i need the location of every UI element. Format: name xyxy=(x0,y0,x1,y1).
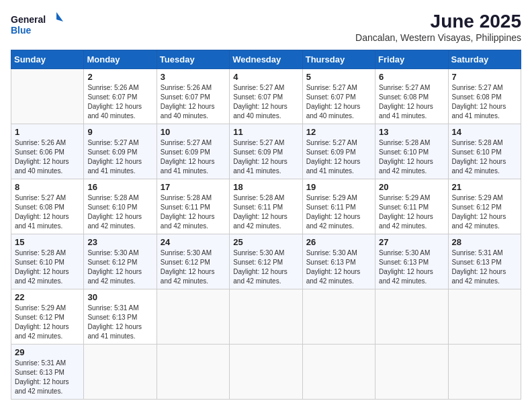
day-detail: Sunrise: 5:27 AMSunset: 6:09 PMDaylight:… xyxy=(233,139,287,175)
svg-marker-2 xyxy=(56,12,63,21)
day-number: 17 xyxy=(161,182,226,192)
calendar-cell: 29 Sunrise: 5:31 AMSunset: 6:13 PMDaylig… xyxy=(11,345,84,400)
weekday-header: Sunday xyxy=(11,50,84,69)
calendar-cell: 3 Sunrise: 5:26 AMSunset: 6:07 PMDayligh… xyxy=(157,69,229,124)
calendar-cell: 21 Sunrise: 5:29 AMSunset: 6:12 PMDaylig… xyxy=(448,179,521,234)
day-detail: Sunrise: 5:31 AMSunset: 6:13 PMDaylight:… xyxy=(87,304,142,340)
day-number: 10 xyxy=(161,127,226,137)
calendar-cell: 18 Sunrise: 5:28 AMSunset: 6:11 PMDaylig… xyxy=(230,179,302,234)
day-number: 27 xyxy=(379,237,444,247)
calendar-cell: 27 Sunrise: 5:30 AMSunset: 6:13 PMDaylig… xyxy=(375,234,448,289)
day-detail: Sunrise: 5:27 AMSunset: 6:08 PMDaylight:… xyxy=(15,194,69,230)
day-detail: Sunrise: 5:27 AMSunset: 6:07 PMDaylight:… xyxy=(233,84,287,120)
weekday-header: Monday xyxy=(84,50,157,69)
calendar-cell xyxy=(375,289,448,345)
calendar-week-row: 8 Sunrise: 5:27 AMSunset: 6:08 PMDayligh… xyxy=(11,179,521,234)
day-number: 21 xyxy=(452,182,517,192)
weekday-header: Friday xyxy=(375,50,448,69)
weekday-header: Thursday xyxy=(302,50,375,69)
day-detail: Sunrise: 5:30 AMSunset: 6:12 PMDaylight:… xyxy=(161,249,215,285)
day-detail: Sunrise: 5:28 AMSunset: 6:10 PMDaylight:… xyxy=(452,139,506,175)
day-number: 2 xyxy=(87,72,152,82)
day-detail: Sunrise: 5:27 AMSunset: 6:09 PMDaylight:… xyxy=(161,139,215,175)
day-number: 12 xyxy=(306,127,371,137)
day-detail: Sunrise: 5:27 AMSunset: 6:07 PMDaylight:… xyxy=(306,84,361,120)
day-detail: Sunrise: 5:28 AMSunset: 6:11 PMDaylight:… xyxy=(233,194,287,230)
day-detail: Sunrise: 5:28 AMSunset: 6:10 PMDaylight:… xyxy=(379,139,433,175)
day-number: 16 xyxy=(87,182,152,192)
calendar-cell: 11 Sunrise: 5:27 AMSunset: 6:09 PMDaylig… xyxy=(230,124,302,179)
day-number: 19 xyxy=(306,182,371,192)
day-number: 6 xyxy=(379,72,444,82)
location-title: Dancalan, Western Visayas, Philippines xyxy=(355,32,521,43)
day-number: 15 xyxy=(15,237,80,247)
day-detail: Sunrise: 5:26 AMSunset: 6:07 PMDaylight:… xyxy=(161,84,215,120)
calendar-cell: 12 Sunrise: 5:27 AMSunset: 6:09 PMDaylig… xyxy=(302,124,375,179)
day-detail: Sunrise: 5:28 AMSunset: 6:11 PMDaylight:… xyxy=(161,194,215,230)
day-detail: Sunrise: 5:29 AMSunset: 6:12 PMDaylight:… xyxy=(452,194,506,230)
day-number: 25 xyxy=(233,237,298,247)
calendar-cell: 13 Sunrise: 5:28 AMSunset: 6:10 PMDaylig… xyxy=(375,124,448,179)
weekday-header: Tuesday xyxy=(157,50,229,69)
calendar-cell xyxy=(157,345,229,400)
calendar-cell xyxy=(11,69,84,124)
day-number: 8 xyxy=(15,182,80,192)
day-detail: Sunrise: 5:29 AMSunset: 6:11 PMDaylight:… xyxy=(379,194,433,230)
calendar-cell: 16 Sunrise: 5:28 AMSunset: 6:10 PMDaylig… xyxy=(84,179,157,234)
calendar-cell xyxy=(302,289,375,345)
logo-icon: General Blue xyxy=(11,11,64,40)
day-number: 23 xyxy=(87,237,152,247)
day-number: 22 xyxy=(15,292,80,302)
day-detail: Sunrise: 5:28 AMSunset: 6:10 PMDaylight:… xyxy=(87,194,142,230)
calendar-week-row: 2 Sunrise: 5:26 AMSunset: 6:07 PMDayligh… xyxy=(11,69,521,124)
day-number: 7 xyxy=(452,72,517,82)
calendar-week-row: 29 Sunrise: 5:31 AMSunset: 6:13 PMDaylig… xyxy=(11,345,521,400)
page-header: General Blue June 2025 Dancalan, Western… xyxy=(11,11,521,43)
calendar-cell xyxy=(230,289,302,345)
calendar-cell xyxy=(157,289,229,345)
calendar-cell: 24 Sunrise: 5:30 AMSunset: 6:12 PMDaylig… xyxy=(157,234,229,289)
calendar-week-row: 1 Sunrise: 5:26 AMSunset: 6:06 PMDayligh… xyxy=(11,124,521,179)
calendar-cell: 10 Sunrise: 5:27 AMSunset: 6:09 PMDaylig… xyxy=(157,124,229,179)
weekday-header: Saturday xyxy=(448,50,521,69)
day-number: 13 xyxy=(379,127,444,137)
calendar-cell: 14 Sunrise: 5:28 AMSunset: 6:10 PMDaylig… xyxy=(448,124,521,179)
day-detail: Sunrise: 5:27 AMSunset: 6:08 PMDaylight:… xyxy=(452,84,506,120)
calendar-week-row: 22 Sunrise: 5:29 AMSunset: 6:12 PMDaylig… xyxy=(11,289,521,345)
day-detail: Sunrise: 5:31 AMSunset: 6:13 PMDaylight:… xyxy=(15,359,69,395)
calendar-cell: 26 Sunrise: 5:30 AMSunset: 6:13 PMDaylig… xyxy=(302,234,375,289)
calendar-cell: 30 Sunrise: 5:31 AMSunset: 6:13 PMDaylig… xyxy=(84,289,157,345)
calendar-cell: 15 Sunrise: 5:28 AMSunset: 6:10 PMDaylig… xyxy=(11,234,84,289)
day-detail: Sunrise: 5:26 AMSunset: 6:07 PMDaylight:… xyxy=(87,84,142,120)
day-detail: Sunrise: 5:30 AMSunset: 6:13 PMDaylight:… xyxy=(306,249,361,285)
day-detail: Sunrise: 5:30 AMSunset: 6:12 PMDaylight:… xyxy=(233,249,287,285)
day-number: 18 xyxy=(233,182,298,192)
day-detail: Sunrise: 5:26 AMSunset: 6:06 PMDaylight:… xyxy=(15,139,69,175)
calendar-cell xyxy=(375,345,448,400)
calendar-cell: 2 Sunrise: 5:26 AMSunset: 6:07 PMDayligh… xyxy=(84,69,157,124)
calendar-cell: 28 Sunrise: 5:31 AMSunset: 6:13 PMDaylig… xyxy=(448,234,521,289)
calendar-cell xyxy=(302,345,375,400)
day-number: 26 xyxy=(306,237,371,247)
calendar-cell: 23 Sunrise: 5:30 AMSunset: 6:12 PMDaylig… xyxy=(84,234,157,289)
month-title: June 2025 xyxy=(355,11,521,32)
day-number: 5 xyxy=(306,72,371,82)
day-number: 29 xyxy=(15,347,80,357)
day-detail: Sunrise: 5:27 AMSunset: 6:09 PMDaylight:… xyxy=(87,139,142,175)
calendar-cell xyxy=(448,345,521,400)
day-detail: Sunrise: 5:31 AMSunset: 6:13 PMDaylight:… xyxy=(452,249,506,285)
day-number: 1 xyxy=(15,127,80,137)
calendar-cell: 22 Sunrise: 5:29 AMSunset: 6:12 PMDaylig… xyxy=(11,289,84,345)
day-detail: Sunrise: 5:27 AMSunset: 6:08 PMDaylight:… xyxy=(379,84,433,120)
svg-text:Blue: Blue xyxy=(11,25,32,36)
day-detail: Sunrise: 5:29 AMSunset: 6:11 PMDaylight:… xyxy=(306,194,361,230)
day-detail: Sunrise: 5:30 AMSunset: 6:13 PMDaylight:… xyxy=(379,249,433,285)
calendar-cell: 5 Sunrise: 5:27 AMSunset: 6:07 PMDayligh… xyxy=(302,69,375,124)
calendar-cell: 4 Sunrise: 5:27 AMSunset: 6:07 PMDayligh… xyxy=(230,69,302,124)
calendar-cell xyxy=(84,345,157,400)
calendar-cell: 7 Sunrise: 5:27 AMSunset: 6:08 PMDayligh… xyxy=(448,69,521,124)
day-number: 30 xyxy=(87,292,152,302)
day-number: 20 xyxy=(379,182,444,192)
calendar-week-row: 15 Sunrise: 5:28 AMSunset: 6:10 PMDaylig… xyxy=(11,234,521,289)
calendar-cell: 9 Sunrise: 5:27 AMSunset: 6:09 PMDayligh… xyxy=(84,124,157,179)
